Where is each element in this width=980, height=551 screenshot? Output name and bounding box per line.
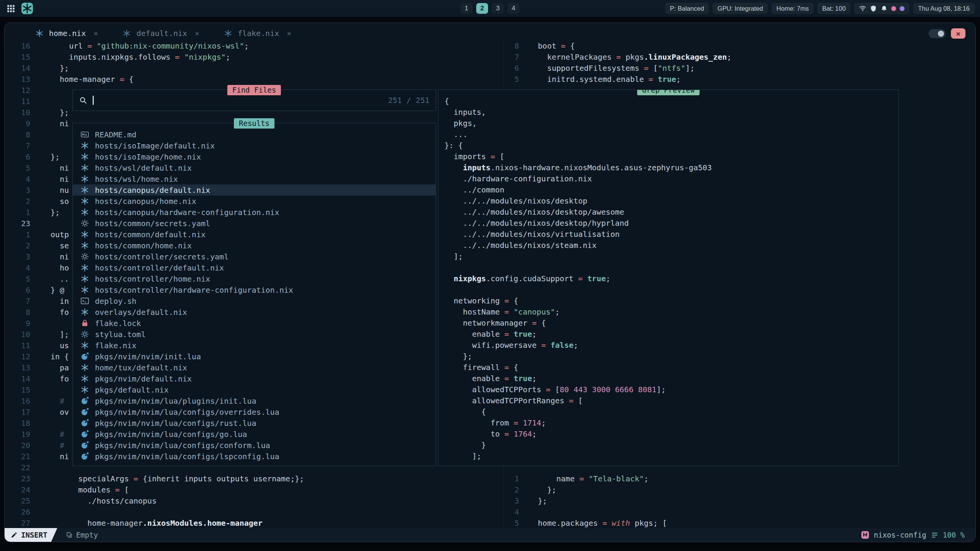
find-files-prompt[interactable]: Find Files 251 / 251 <box>72 90 436 111</box>
code-text: # <box>30 429 64 440</box>
code-line: 5 home.packages = with pkgs; [ <box>504 518 975 528</box>
result-item[interactable]: pkgs/nvim/nvim/lua/plugins/init.lua <box>73 395 436 406</box>
workspace-3[interactable]: 3 <box>492 3 504 14</box>
result-item[interactable]: hosts/isoImage/default.nix <box>73 140 436 151</box>
code-text <box>30 218 51 229</box>
nix-file-icon <box>80 308 89 316</box>
topbar-modules: P: BalancedGPU: IntegratedHome: 7msBat: … <box>665 3 980 14</box>
result-item[interactable]: README.md <box>73 129 436 140</box>
result-item[interactable]: pkgs/nvim/nvim/lua/configs/overrides.lua <box>73 406 436 417</box>
result-item[interactable]: deploy.sh <box>73 295 436 306</box>
preview-line: to = 1764; <box>444 429 898 440</box>
workspace-1[interactable]: 1 <box>461 3 472 14</box>
tab-close-button[interactable]: × <box>193 29 199 38</box>
shield-icon[interactable] <box>870 5 877 12</box>
preview-line: from = 1714; <box>444 417 898 429</box>
result-item[interactable]: pkgs/nvim/default.nix <box>73 373 436 384</box>
window-close-button[interactable]: × <box>951 28 965 39</box>
nix-file-icon <box>80 230 89 239</box>
bell-icon[interactable] <box>880 5 888 12</box>
result-item[interactable]: overlays/default.nix <box>73 306 436 318</box>
line-number: 15 <box>5 385 30 396</box>
result-item[interactable]: pkgs/default.nix <box>73 384 436 395</box>
result-item[interactable]: hosts/controller/home.nix <box>73 273 436 284</box>
result-item[interactable]: stylua.toml <box>73 329 436 340</box>
buffer-label: Empty <box>76 531 98 539</box>
result-item[interactable]: pkgs/nvim/nvim/lua/configs/rust.lua <box>73 417 436 429</box>
tab-label: default.nix <box>136 29 187 38</box>
code-text: us <box>30 340 69 351</box>
code-text <box>30 418 51 429</box>
line-number: 2 <box>504 484 519 496</box>
tab-default.nix[interactable]: default.nix× <box>122 29 199 38</box>
preview-line: ../../modules/nixos/steam.nix <box>444 240 898 251</box>
wifi-icon[interactable] <box>859 5 866 12</box>
line-number: 3 <box>5 185 30 196</box>
line-number: 12 <box>5 351 30 362</box>
result-item[interactable]: home/tux/default.nix <box>73 362 436 373</box>
code-text: }; <box>30 152 60 163</box>
nix-file-icon <box>80 241 89 250</box>
result-item[interactable]: hosts/controller/hardware-configuration.… <box>73 284 436 295</box>
result-item[interactable]: hosts/common/default.nix <box>73 229 436 240</box>
preview-line: ./hardware-configuration.nix <box>444 173 898 184</box>
project-name: nixos-config <box>874 531 926 539</box>
line-number: 14 <box>5 373 30 385</box>
result-item[interactable]: hosts/wsl/home.nix <box>73 173 436 184</box>
tab-close-button[interactable]: × <box>91 29 98 38</box>
mode-indicator: INSERT <box>5 528 57 542</box>
code-line: 14 }; <box>5 63 503 74</box>
result-item[interactable]: pkgs/nvim/nvim/lua/configs/lspconfig.lua <box>73 451 436 462</box>
preview-line: ]; <box>444 251 898 262</box>
lock-file-icon <box>80 319 89 328</box>
preview-line: ]; <box>444 451 898 462</box>
result-item[interactable]: hosts/canopus/default.nix <box>73 184 436 196</box>
editor-tab-bar: home.nix×default.nix×flake.nix× × <box>5 23 975 41</box>
code-text <box>30 140 51 152</box>
result-item[interactable]: hosts/controller/default.nix <box>73 262 436 273</box>
code-text: .. <box>30 274 69 285</box>
result-item[interactable]: pkgs/nvim/nvim/lua/configs/conform.lua <box>73 440 436 451</box>
result-item[interactable]: hosts/controller/secrets.yaml <box>73 251 436 262</box>
line-number: 5 <box>5 274 30 285</box>
tabbar-controls: × <box>929 28 965 39</box>
workspace-4[interactable]: 4 <box>508 3 519 14</box>
dot-pink-icon[interactable] <box>891 6 896 11</box>
result-item[interactable]: hosts/canopus/hardware-configuration.nix <box>73 207 436 218</box>
result-item[interactable]: pkgs/nvim/nvim/init.lua <box>73 351 436 362</box>
workspace-2[interactable]: 2 <box>476 3 488 14</box>
result-item[interactable]: hosts/isoImage/home.nix <box>73 151 436 162</box>
result-item[interactable]: hosts/wsl/default.nix <box>73 162 436 173</box>
code-line: 26 <box>5 507 503 518</box>
result-item[interactable]: pkgs/nvim/nvim/lua/configs/go.lua <box>73 429 436 440</box>
file-name: flake.nix <box>95 341 136 350</box>
distro-logo-button[interactable] <box>21 3 33 14</box>
result-item[interactable]: hosts/canopus/home.nix <box>73 196 436 207</box>
result-item[interactable]: hosts/common/home.nix <box>73 240 436 251</box>
file-name: pkgs/nvim/nvim/lua/configs/lspconfig.lua <box>95 452 279 461</box>
tab-home.nix[interactable]: home.nix× <box>35 29 98 38</box>
line-number: 7 <box>504 52 519 63</box>
preview-line: imports = [ <box>444 151 898 162</box>
result-item[interactable]: flake.nix <box>73 340 436 351</box>
tab-flake.nix[interactable]: flake.nix× <box>224 29 291 38</box>
tray-module[interactable] <box>854 3 910 14</box>
preview-line: hostName = "canopus"; <box>444 306 898 318</box>
result-item[interactable]: flake.lock <box>73 318 436 329</box>
code-text: initrd.systemd.enable = true; <box>519 74 681 85</box>
result-item[interactable]: hosts/common/secrets.yaml <box>73 218 436 229</box>
tabbar-toggle[interactable] <box>929 29 946 38</box>
line-number: 3 <box>504 496 519 507</box>
code-text: home.packages = with pkgs; [ <box>519 518 667 528</box>
dot-violet-icon[interactable] <box>900 6 905 11</box>
battery-module: Bat: 100 <box>817 3 851 14</box>
tab-close-button[interactable]: × <box>284 29 291 38</box>
line-number: 2 <box>5 240 30 251</box>
preview-line: ../../modules/nixos/virtualisation <box>444 229 898 240</box>
code-text <box>30 385 51 396</box>
yaml-file-icon <box>80 219 89 228</box>
preview-line: inputs.nixos-hardware.nixosModules.asus-… <box>444 162 898 173</box>
apps-grid-icon[interactable] <box>6 4 15 13</box>
nix-file-icon <box>80 174 89 183</box>
text-cursor <box>93 96 94 105</box>
